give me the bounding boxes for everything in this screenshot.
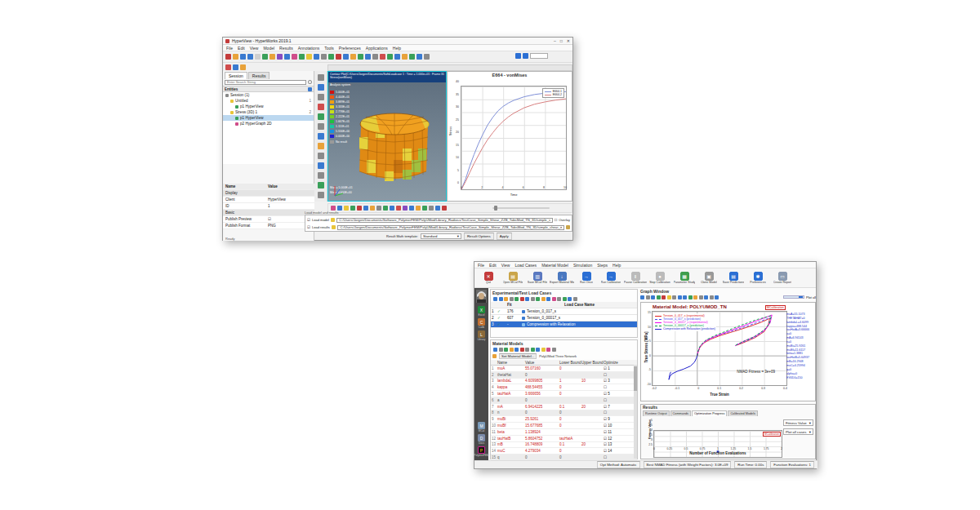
menu-item[interactable]: Preferences <box>339 46 361 51</box>
parameter-lower-bound[interactable]: tauHatA <box>559 437 581 441</box>
parameter-row[interactable]: 6 a 0 ☐ <box>491 397 637 404</box>
toolbar-icon[interactable] <box>343 54 349 60</box>
property-row[interactable]: Publish Format PNG <box>223 223 314 229</box>
view-toolbar-icon[interactable] <box>318 113 324 120</box>
tree-item[interactable]: Stress (3D) 1 2 <box>223 109 314 115</box>
side-strip-button[interactable]: L Library <box>478 330 486 341</box>
parameter-value[interactable]: 5.8604752 <box>525 437 559 441</box>
page-select[interactable] <box>530 53 548 59</box>
animation-toolbar-icon[interactable] <box>435 206 440 211</box>
toolbar-icon[interactable] <box>372 54 378 60</box>
close-icon[interactable]: ✕ <box>567 38 570 43</box>
load-case-checkbox[interactable]: ✓ <box>497 322 507 326</box>
view-toolbar-icon[interactable] <box>318 94 324 100</box>
graph-toolbar-icon[interactable] <box>646 295 650 299</box>
toolbar-button[interactable]: ▤ Open MCal File <box>501 272 525 284</box>
animation-toolbar-icon[interactable] <box>396 206 401 211</box>
minimize-icon[interactable]: – <box>554 38 556 43</box>
load-case-toolbar-icon[interactable] <box>520 297 524 301</box>
parameter-row[interactable]: 9 muBi 25.9261 0 ☑ 9 <box>491 416 637 423</box>
parameter-lower-bound[interactable]: 0.1 <box>559 442 581 446</box>
set-material-model-button[interactable]: Set Material Model... <box>499 353 537 359</box>
result-options-button[interactable]: Result Options <box>464 233 494 240</box>
animation-toolbar-icon[interactable] <box>416 206 421 211</box>
parameter-value[interactable]: 4.279034 <box>525 449 559 453</box>
graph-toolbar-icon[interactable] <box>704 295 708 299</box>
load-case-row[interactable]: 1 ✓ 176 Tension_0_017_s <box>491 308 637 315</box>
animation-toolbar-icon[interactable] <box>370 206 375 211</box>
toolbar-icon[interactable] <box>387 54 393 60</box>
toolbar-button[interactable]: ▤ Save Predictions <box>721 272 746 284</box>
graph-toolbar-icon[interactable] <box>657 295 661 299</box>
toolbar-button[interactable]: ↓ Export Material Model <box>550 272 574 284</box>
material-toolbar-icon[interactable] <box>546 348 550 352</box>
graph-toolbar-icon[interactable] <box>715 295 719 299</box>
view-toolbar-icon[interactable] <box>318 182 324 188</box>
load-model-checkbox[interactable]: ☑ <box>307 218 310 222</box>
results-tab[interactable]: Runtime Output <box>643 410 670 416</box>
material-toolbar-icon[interactable] <box>514 348 519 352</box>
toolbar-icon[interactable] <box>306 54 312 60</box>
parameter-row[interactable]: 8 n 0 0 ☐ <box>491 410 637 417</box>
toolbar-icon[interactable] <box>277 54 283 60</box>
parameter-upper-bound[interactable]: 20 <box>581 405 604 409</box>
prev-page-icon[interactable] <box>515 53 521 59</box>
next-page-icon[interactable] <box>523 53 528 59</box>
menu-item[interactable]: Simulation <box>573 263 592 268</box>
apply-button[interactable]: Apply <box>497 233 512 240</box>
graph-toolbar-icon[interactable] <box>672 295 676 299</box>
toolbar-icon[interactable] <box>336 54 341 60</box>
animation-toolbar-icon[interactable] <box>383 206 388 211</box>
parameter-value[interactable]: 55.07160 <box>525 366 559 370</box>
side-strip-button[interactable]: X Excel <box>478 306 486 317</box>
toolbar-button[interactable]: → Run Once <box>574 272 599 284</box>
parameter-row[interactable]: 11 beta 1.138924 ☑ 11 <box>491 429 637 436</box>
property-row[interactable]: Publish Preview ☑ <box>223 216 314 223</box>
load-case-row[interactable]: 2 ✓ 607 Tension_0_00017_s <box>491 315 637 322</box>
load-case-toolbar-icon[interactable] <box>568 297 572 301</box>
load-case-toolbar-icon[interactable] <box>546 297 550 301</box>
load-case-toolbar-icon[interactable] <box>541 297 546 301</box>
parameter-optimize-checkbox[interactable]: ☑ 7 <box>604 405 637 409</box>
material-toolbar-icon[interactable] <box>525 348 529 352</box>
results-tab[interactable]: Optimization Progress <box>692 410 727 416</box>
animation-toolbar-icon[interactable] <box>357 206 362 211</box>
toolbar-icon[interactable] <box>262 54 268 60</box>
parameter-row[interactable]: 4 kappa 488.54455 0 ☐ <box>491 384 637 391</box>
load-case-toolbar-icon[interactable] <box>525 297 529 301</box>
toolbar-icon[interactable] <box>233 64 238 70</box>
parameter-value[interactable]: 0 <box>525 410 559 415</box>
menu-item[interactable]: Model <box>263 46 274 51</box>
menu-item[interactable]: View <box>250 46 259 51</box>
toolbar-button[interactable]: ‖ Pause Calibration <box>623 272 648 284</box>
parameter-value[interactable]: 6.9414225 <box>525 405 559 409</box>
load-case-toolbar-icon[interactable] <box>536 297 540 301</box>
view-toolbar-icon[interactable] <box>318 104 324 110</box>
animation-toolbar-icon[interactable] <box>363 206 368 211</box>
material-toolbar-icon[interactable] <box>504 348 508 352</box>
plot-cases-select[interactable]: Plot all cases▾ <box>783 428 813 435</box>
graph-toolbar-icon[interactable] <box>640 295 644 299</box>
toolbar-button[interactable]: ▭ Create Report <box>770 272 795 284</box>
parameter-row[interactable]: 2 thetaHat 0 ☐ <box>491 372 637 379</box>
parameter-row[interactable]: 12 tauHatB 5.8604752 tauHatA ☑ 12 <box>491 436 637 442</box>
material-toolbar-icon[interactable] <box>531 348 535 352</box>
toolbar-button[interactable]: ▦ Parameter Study <box>672 272 697 284</box>
parameter-lower-bound[interactable]: 0 <box>559 410 581 415</box>
menu-item[interactable]: File <box>478 263 484 268</box>
tree-item[interactable]: Session (1) <box>223 92 314 98</box>
parameter-optimize-checkbox[interactable]: ☑ 13 <box>604 442 637 446</box>
load-case-toolbar-icon[interactable] <box>499 297 503 301</box>
parameter-value[interactable]: 0 <box>525 455 559 459</box>
maximize-icon[interactable]: □ <box>560 38 563 43</box>
parameter-value[interactable]: 488.54455 <box>525 385 559 389</box>
graph-toolbar-icon[interactable] <box>710 295 714 299</box>
graph-toolbar-icon[interactable] <box>667 295 671 299</box>
side-strip-button[interactable]: C Calib <box>478 318 486 329</box>
animation-toolbar-icon[interactable] <box>344 206 349 211</box>
toolbar-icon[interactable] <box>321 54 327 60</box>
plot-all-label[interactable]: Plot all <box>806 295 816 299</box>
toolbar-icon[interactable] <box>424 54 430 60</box>
parameter-value[interactable]: 15.677685 <box>525 424 559 428</box>
parameter-lower-bound[interactable]: 0 <box>559 366 581 370</box>
